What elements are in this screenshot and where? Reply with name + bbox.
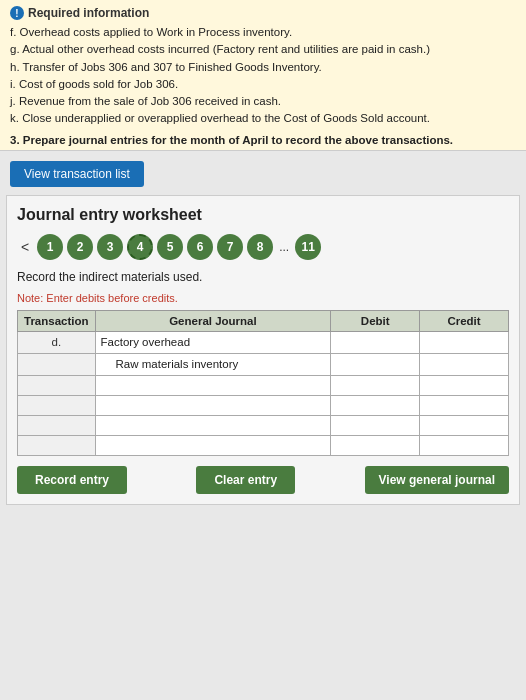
credit-input-3[interactable] — [420, 395, 509, 415]
debit-input-5[interactable] — [331, 435, 420, 455]
worksheet-title: Journal entry worksheet — [17, 206, 509, 224]
table-row — [18, 435, 509, 455]
debit-input-0[interactable] — [331, 331, 420, 353]
credit-field-0[interactable] — [425, 336, 503, 348]
journal-cell-3[interactable] — [95, 395, 331, 415]
tab-dots: ... — [277, 240, 291, 254]
journal-field-4[interactable] — [101, 419, 326, 431]
credit-field-5[interactable] — [425, 439, 503, 451]
credit-input-2[interactable] — [420, 375, 509, 395]
required-info-text: f. Overhead costs applied to Work in Pro… — [10, 24, 516, 128]
info-item-k: k. Close underapplied or overapplied ove… — [10, 110, 516, 127]
journal-field-5[interactable] — [101, 439, 326, 451]
required-info-title: ! Required information — [10, 6, 516, 20]
transaction-cell-5 — [18, 435, 96, 455]
col-header-debit: Debit — [331, 310, 420, 331]
debit-field-2[interactable] — [336, 379, 414, 391]
debit-input-3[interactable] — [331, 395, 420, 415]
info-item-h: h. Transfer of Jobs 306 and 307 to Finis… — [10, 59, 516, 76]
journal-field-3[interactable] — [101, 399, 326, 411]
journal-cell-0: Factory overhead — [95, 331, 331, 353]
tab-2[interactable]: 2 — [67, 234, 93, 260]
table-row — [18, 415, 509, 435]
col-header-general-journal: General Journal — [95, 310, 331, 331]
debit-field-4[interactable] — [336, 419, 414, 431]
tab-back-arrow[interactable]: < — [17, 239, 33, 255]
transaction-cell-0: d. — [18, 331, 96, 353]
worksheet-container: Journal entry worksheet < 1 2 3 4 5 6 7 … — [6, 195, 520, 505]
journal-table: Transaction General Journal Debit Credit… — [17, 310, 509, 456]
note-text: Note: Enter debits before credits. — [17, 292, 509, 304]
record-entry-button[interactable]: Record entry — [17, 466, 127, 494]
transaction-cell-3 — [18, 395, 96, 415]
debit-input-2[interactable] — [331, 375, 420, 395]
table-row — [18, 395, 509, 415]
clear-entry-button[interactable]: Clear entry — [196, 466, 295, 494]
info-item-f: f. Overhead costs applied to Work in Pro… — [10, 24, 516, 41]
info-item-j: j. Revenue from the sale of Job 306 rece… — [10, 93, 516, 110]
transaction-cell-1 — [18, 353, 96, 375]
tab-11[interactable]: 11 — [295, 234, 321, 260]
question-3: 3. Prepare journal entries for the month… — [10, 134, 516, 146]
tab-6[interactable]: 6 — [187, 234, 213, 260]
info-icon: ! — [10, 6, 24, 20]
credit-field-4[interactable] — [425, 419, 503, 431]
tabs-row: < 1 2 3 4 5 6 7 8 ... 11 — [17, 234, 509, 260]
info-item-i: i. Cost of goods sold for Job 306. — [10, 76, 516, 93]
table-row — [18, 375, 509, 395]
tab-1[interactable]: 1 — [37, 234, 63, 260]
debit-field-5[interactable] — [336, 439, 414, 451]
tab-5[interactable]: 5 — [157, 234, 183, 260]
tab-3[interactable]: 3 — [97, 234, 123, 260]
credit-input-4[interactable] — [420, 415, 509, 435]
transaction-cell-2 — [18, 375, 96, 395]
journal-cell-1: Raw materials inventory — [95, 353, 331, 375]
tab-4[interactable]: 4 — [127, 234, 153, 260]
credit-input-5[interactable] — [420, 435, 509, 455]
view-general-journal-button[interactable]: View general journal — [365, 466, 509, 494]
debit-field-3[interactable] — [336, 399, 414, 411]
col-header-transaction: Transaction — [18, 310, 96, 331]
journal-cell-5[interactable] — [95, 435, 331, 455]
journal-field-2[interactable] — [101, 379, 326, 391]
credit-input-0[interactable] — [420, 331, 509, 353]
debit-field-1[interactable] — [336, 358, 414, 370]
credit-field-1[interactable] — [425, 358, 503, 370]
tab-7[interactable]: 7 — [217, 234, 243, 260]
journal-cell-4[interactable] — [95, 415, 331, 435]
record-description: Record the indirect materials used. — [17, 270, 509, 284]
journal-cell-2[interactable] — [95, 375, 331, 395]
table-row: Raw materials inventory — [18, 353, 509, 375]
view-transaction-button[interactable]: View transaction list — [10, 161, 144, 187]
table-row: d. Factory overhead — [18, 331, 509, 353]
credit-field-2[interactable] — [425, 379, 503, 391]
credit-input-1[interactable] — [420, 353, 509, 375]
col-header-credit: Credit — [420, 310, 509, 331]
debit-field-0[interactable] — [336, 336, 414, 348]
transaction-cell-4 — [18, 415, 96, 435]
debit-input-4[interactable] — [331, 415, 420, 435]
debit-input-1[interactable] — [331, 353, 420, 375]
tab-8[interactable]: 8 — [247, 234, 273, 260]
buttons-row: Record entry Clear entry View general jo… — [17, 466, 509, 494]
credit-field-3[interactable] — [425, 399, 503, 411]
info-item-g: g. Actual other overhead costs incurred … — [10, 41, 516, 58]
required-info-section: ! Required information f. Overhead costs… — [0, 0, 526, 151]
